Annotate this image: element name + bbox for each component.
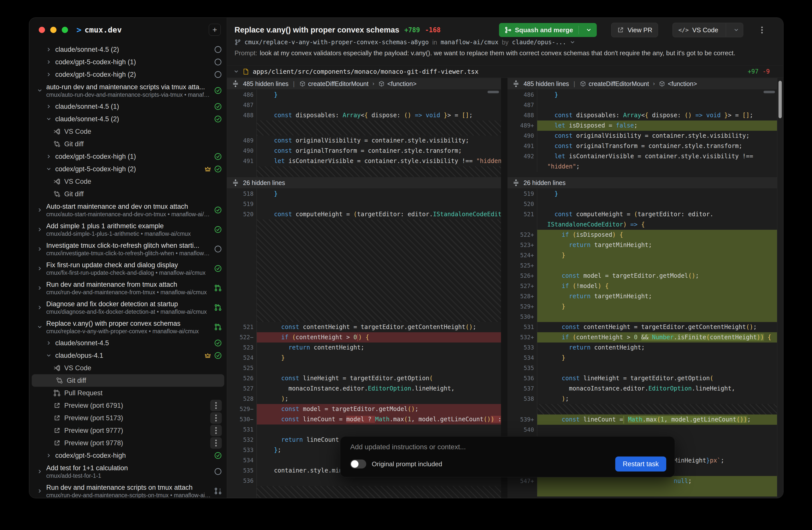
vscode-options-chevron-down-icon[interactable] (729, 27, 743, 33)
file-header[interactable]: apps/client/src/components/monaco/monaco… (227, 65, 783, 77)
file-added-count: +97 (748, 68, 758, 75)
sidebar-item[interactable]: Preview (port 5173) (29, 412, 227, 424)
sidebar-item[interactable]: Auto-start maintenance and dev on tmux a… (29, 200, 227, 220)
symbol-icon (299, 81, 306, 87)
by-label: by (502, 39, 508, 46)
status-pending-circle-icon (214, 71, 222, 78)
new-task-button[interactable]: + (209, 24, 221, 36)
diff-line: 529− const model = targetEditor.getModel… (227, 404, 501, 414)
squash-and-merge-label: Squash and merge (515, 26, 573, 34)
sidebar-item[interactable]: claude/sonnet-4.5 (1) (29, 100, 227, 113)
hidden-lines-bar[interactable]: 485 hidden lines|createDiffEditorMount›<… (508, 78, 777, 90)
sidebar-item[interactable]: Fix first-run update check and dialog di… (29, 259, 227, 278)
sidebar-item[interactable]: Git diff (29, 138, 227, 150)
view-pr-button[interactable]: View PR (611, 23, 658, 37)
hidden-lines-bar[interactable]: 485 hidden lines|createDiffEditorMount›<… (227, 78, 501, 90)
agent-name[interactable]: claude/opus-... (512, 39, 566, 46)
sidebar-item[interactable]: Diagnose and fix docker detection at sta… (29, 298, 227, 317)
maximize-window-button[interactable] (62, 27, 68, 33)
preview-overflow-menu-button[interactable] (210, 437, 222, 449)
line-number: 533 (227, 445, 257, 455)
sidebar-item[interactable]: Run dev and maintenance from tmux attach… (29, 278, 227, 298)
line-number: 518 (227, 189, 257, 199)
squash-and-merge-button[interactable]: Squash and merge (499, 23, 597, 37)
sidebar-item-label: Add test for 1+1 calculation (46, 464, 211, 472)
sidebar-item[interactable]: Preview (port 9777) (29, 424, 227, 437)
sidebar-item[interactable]: Add test for 1+1 calculationcmux/add-tes… (29, 462, 227, 481)
sidebar-item-label: Pull Request (64, 389, 218, 397)
diff-line: 518 } (227, 189, 501, 199)
diff-pane-original[interactable]: 485 hidden lines|createDiffEditorMount›<… (227, 78, 501, 498)
sidebar-item[interactable]: auto-run dev and maintenance scripts via… (29, 81, 227, 100)
line-number: 534 (508, 353, 537, 363)
sidebar-item[interactable]: Preview (port 6791) (29, 399, 227, 412)
line-number: 491 (508, 141, 537, 151)
git-compare-icon (53, 140, 61, 148)
sidebar-item[interactable]: VS Code (29, 362, 227, 374)
diff-line: 536 const lineHeight = targetEditor.getO… (508, 373, 777, 384)
sidebar-item[interactable]: Add simple 1 plus 1 arithmetic examplecm… (29, 220, 227, 239)
preview-overflow-menu-button[interactable] (210, 412, 222, 424)
status-check-circle-icon (214, 165, 222, 173)
header-overflow-menu-button[interactable] (758, 26, 766, 34)
main-header: Replace v.any() with proper convex schem… (227, 18, 783, 65)
diff-line: 486 } (508, 90, 777, 100)
sidebar-item[interactable]: Pull Request (29, 387, 227, 399)
close-window-button[interactable] (39, 27, 45, 33)
sidebar-item[interactable]: Preview (port 9778) (29, 437, 227, 449)
diff-line: 520 const computeHeight = (targetEditor:… (227, 209, 501, 219)
sidebar-item[interactable]: claude/sonnet-4.5 (2) (29, 43, 227, 56)
line-number: 529− (227, 404, 257, 414)
sidebar-item[interactable]: Git diff (29, 188, 227, 200)
hidden-lines-count: 26 hidden lines (523, 179, 566, 186)
preview-overflow-menu-button[interactable] (210, 400, 222, 411)
sidebar-item[interactable]: codex/gpt-5-codex-high (1) (29, 150, 227, 163)
sidebar-item[interactable]: claude/opus-4.1 (29, 349, 227, 362)
restart-task-button[interactable]: Restart task (615, 457, 666, 472)
minimize-window-button[interactable] (50, 27, 57, 33)
original-pane-scrollbar[interactable] (488, 91, 499, 93)
window-controls (39, 27, 68, 33)
original-prompt-toggle[interactable] (350, 459, 366, 469)
main-scrollbar-track[interactable] (777, 78, 783, 498)
sidebar-item[interactable]: codex/gpt-5-codex-high (2) (29, 163, 227, 175)
file-chevron-down-icon[interactable] (233, 69, 239, 74)
sidebar-item[interactable]: codex/gpt-5-codex-high (1) (29, 56, 227, 68)
sidebar-item[interactable]: Investigate tmux click-to-refresh glitch… (29, 239, 227, 259)
sidebar-item[interactable]: Replace v.any() with proper convex schem… (29, 317, 227, 337)
diff-line: 486 } (227, 90, 501, 100)
modified-pane-scrollbar[interactable] (764, 91, 775, 93)
sidebar-item-label: claude/sonnet-4.5 (2) (55, 45, 211, 54)
repo-name[interactable]: manaflow-ai/cmux (440, 39, 498, 46)
main-scrollbar-thumb[interactable] (779, 81, 782, 118)
crown-icon (204, 352, 211, 359)
sidebar-item[interactable]: codex/gpt-5-codex-high (2) (29, 68, 227, 81)
merge-options-chevron-down-icon[interactable] (582, 27, 595, 33)
sidebar-item[interactable]: claude/sonnet-4.5 (2) (29, 113, 227, 125)
diff-pane-modified[interactable]: 485 hidden lines|createDiffEditorMount›<… (508, 78, 777, 498)
diff-line: 534 } (508, 353, 777, 363)
diff-removed-count: -168 (425, 26, 441, 34)
line-number: 533 (508, 343, 537, 353)
line-number: 521 (227, 322, 257, 332)
sidebar-item[interactable]: claude/sonnet-4.5 (29, 337, 227, 349)
diff-line: 522− if (contentHeight > 0) { (227, 332, 501, 343)
open-vscode-button[interactable]: </> VS Code (672, 23, 743, 37)
line-number: 524+ (508, 250, 537, 260)
sidebar-item[interactable]: Git diff (32, 374, 224, 387)
chevron-right-icon (46, 154, 52, 159)
sidebar-item[interactable]: Run dev and maintenance scripts on tmux … (29, 481, 227, 498)
branch-name[interactable]: cmux/replace-v-any-with-proper-convex-sc… (245, 39, 429, 46)
instructions-input[interactable]: Add updated instructions or context... (350, 443, 666, 451)
line-number (508, 486, 537, 497)
hidden-lines-bar[interactable]: 26 hidden lines (227, 177, 501, 189)
sidebar-item[interactable]: VS Code (29, 175, 227, 188)
preview-overflow-menu-button[interactable] (210, 425, 222, 436)
diff-line: 488 const disposables: Array<{ dispose: … (227, 110, 501, 120)
sidebar-item[interactable]: VS Code (29, 125, 227, 138)
agent-chevron-down-icon[interactable] (570, 40, 575, 45)
sidebar-item-label: codex/gpt-5-codex-high (2) (55, 165, 201, 173)
file-removed-count: -9 (763, 68, 770, 75)
hidden-lines-bar[interactable]: 26 hidden lines (508, 177, 777, 189)
sidebar-item[interactable]: codex/gpt-5-codex-high (29, 449, 227, 462)
